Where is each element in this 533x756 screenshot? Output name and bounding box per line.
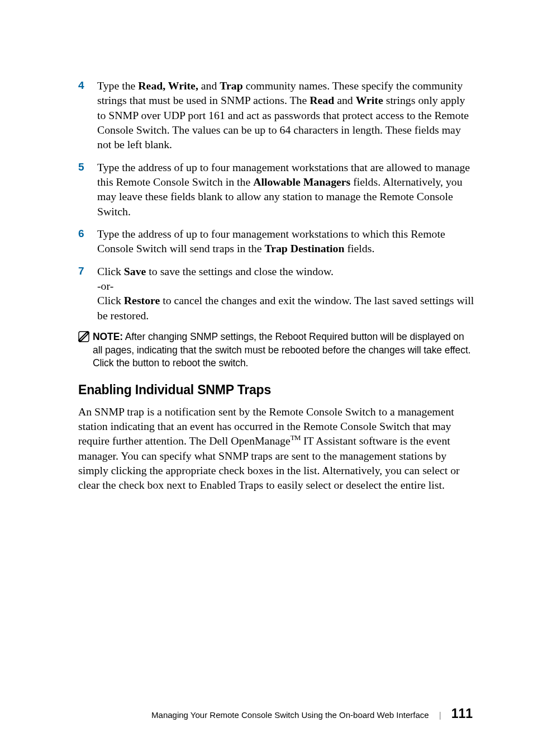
step-4: 4 Type the Read, Write, and Trap communi… xyxy=(78,78,474,152)
text: -or- xyxy=(97,280,113,292)
bold-text: Save xyxy=(124,265,146,277)
step-5: 5 Type the address of up to four managem… xyxy=(78,160,474,219)
text: Type the xyxy=(97,79,138,92)
bold-text: Restore xyxy=(124,294,160,306)
step-number: 5 xyxy=(78,160,97,219)
document-page: 4 Type the Read, Write, and Trap communi… xyxy=(0,0,533,526)
text: and xyxy=(198,79,220,92)
bold-text: Read, Write, xyxy=(138,79,198,92)
text: Click xyxy=(97,294,124,306)
text: Click xyxy=(97,265,124,277)
step-body: Type the address of up to four managemen… xyxy=(97,226,474,256)
note-block: NOTE: After changing SNMP settings, the … xyxy=(78,330,474,370)
section-heading: Enabling Individual SNMP Traps xyxy=(78,382,474,398)
step-6: 6 Type the address of up to four managem… xyxy=(78,226,474,256)
step-body: Type the address of up to four managemen… xyxy=(97,160,474,219)
note-text: NOTE: After changing SNMP settings, the … xyxy=(93,330,474,370)
page-footer: Managing Your Remote Console Switch Usin… xyxy=(151,706,473,721)
text: and xyxy=(334,94,355,106)
bold-text: Read xyxy=(310,94,334,106)
step-body: Click Save to save the settings and clos… xyxy=(97,264,474,323)
bold-text: Allowable Managers xyxy=(253,176,350,188)
text: After changing SNMP settings, the Reboot… xyxy=(93,331,470,368)
step-number: 4 xyxy=(78,78,97,152)
text: to save the settings and close the windo… xyxy=(146,265,333,277)
note-label: NOTE: xyxy=(93,331,123,342)
bold-text: Write xyxy=(356,94,383,106)
footer-separator: | xyxy=(439,710,441,720)
step-7: 7 Click Save to save the settings and cl… xyxy=(78,264,474,323)
page-number: 111 xyxy=(451,706,473,721)
note-icon xyxy=(78,330,93,342)
step-number: 6 xyxy=(78,226,97,256)
text: fields. xyxy=(345,242,375,254)
trademark-symbol: TM xyxy=(291,434,301,442)
bold-text: Trap Destination xyxy=(264,242,344,254)
step-body: Type the Read, Write, and Trap community… xyxy=(97,78,474,152)
body-paragraph: An SNMP trap is a notification sent by t… xyxy=(78,404,474,493)
bold-text: Trap xyxy=(220,79,242,92)
step-number: 7 xyxy=(78,264,97,323)
footer-title: Managing Your Remote Console Switch Usin… xyxy=(151,710,429,720)
